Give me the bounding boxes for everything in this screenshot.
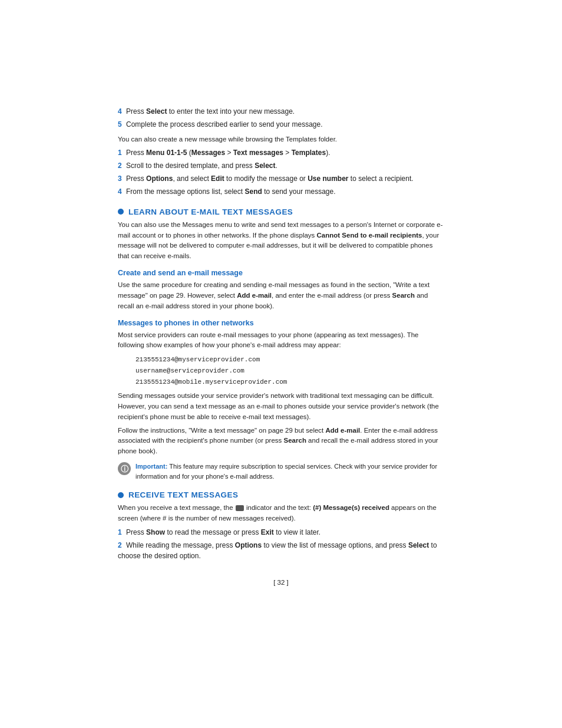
important-text: Important: This feature may require subs… <box>135 462 444 481</box>
important-box: ⓘ Important: This feature may require su… <box>118 462 444 481</box>
section2-step-1-num: 1 <box>118 528 122 536</box>
section2-step-2-num: 2 <box>118 541 122 549</box>
email-examples: 2135551234@myserviceprovider.com usernam… <box>135 354 444 387</box>
email-3: 2135551234@mobile.myserviceprovider.com <box>135 377 444 388</box>
important-label: Important: <box>135 463 167 470</box>
email-2: username@serviceprovider.com <box>135 365 444 377</box>
step-5: 5 Complete the process described earlier… <box>118 119 444 130</box>
section1-bullet <box>118 209 124 215</box>
template-step-1-num: 1 <box>118 149 122 157</box>
important-icon: ⓘ <box>118 462 131 475</box>
template-step-2-num: 2 <box>118 162 122 170</box>
template-step-4-text: From the message options list, select Se… <box>126 187 336 196</box>
section1-title: LEARN ABOUT E-MAIL TEXT MESSAGES <box>128 207 293 216</box>
subsection2-body3: Follow the instructions, "Write a text m… <box>118 426 444 457</box>
section2-header: RECEIVE TEXT MESSAGES <box>118 490 444 499</box>
template-step-2: 2 Scroll to the desired template, and pr… <box>118 160 444 171</box>
page-number: [ 32 ] <box>118 579 444 586</box>
section1-body: You can also use the Messages menu to wr… <box>118 220 444 262</box>
template-step-2-text: Scroll to the desired template, and pres… <box>126 162 277 170</box>
section2-body1: When you receive a text message, the ind… <box>118 503 444 524</box>
section2-step-1: 1 Press Show to read the message or pres… <box>118 527 444 538</box>
subsection2-title: Messages to phones in other networks <box>118 319 444 327</box>
step-5-num: 5 <box>118 120 122 129</box>
section2-step-2: 2 While reading the message, press Optio… <box>118 540 444 561</box>
section2-step-2-text: While reading the message, press Options… <box>118 541 437 560</box>
subsection2-body1: Most service providers can route e-mail … <box>118 330 444 351</box>
template-step-3-text: Press Options, and select Edit to modify… <box>126 174 414 183</box>
section2-step-1-text: Press Show to read the message or press … <box>126 528 320 536</box>
section2-title: RECEIVE TEXT MESSAGES <box>128 490 238 499</box>
step-4: 4 Press Select to enter the text into yo… <box>118 106 444 117</box>
template-step-1: 1 Press Menu 01-1-5 (Messages > Text mes… <box>118 147 444 158</box>
step-4-num: 4 <box>118 107 122 116</box>
step-5-text: Complete the process described earlier t… <box>126 120 323 129</box>
template-step-3: 3 Press Options, and select Edit to modi… <box>118 173 444 184</box>
template-step-4-num: 4 <box>118 187 122 196</box>
email-1: 2135551234@myserviceprovider.com <box>135 354 444 365</box>
step-4-text: Press Select to enter the text into your… <box>126 107 295 116</box>
section2-bullet <box>118 492 124 498</box>
subsection2-body2: Sending messages outside your service pr… <box>118 391 444 422</box>
subsection1-title: Create and send an e-mail message <box>118 269 444 277</box>
template-step-3-num: 3 <box>118 174 122 183</box>
template-step-4: 4 From the message options list, select … <box>118 186 444 197</box>
msg-indicator-icon <box>236 505 244 511</box>
subsection1-body: Use the same procedure for creating and … <box>118 280 444 311</box>
templates-intro: You can also create a new message while … <box>118 134 444 145</box>
important-body: This feature may require subscription to… <box>135 463 437 480</box>
section1-header: LEARN ABOUT E-MAIL TEXT MESSAGES <box>118 207 444 216</box>
template-step-1-text: Press Menu 01-1-5 (Messages > Text messa… <box>126 149 330 157</box>
page-content: 4 Press Select to enter the text into yo… <box>0 0 562 728</box>
